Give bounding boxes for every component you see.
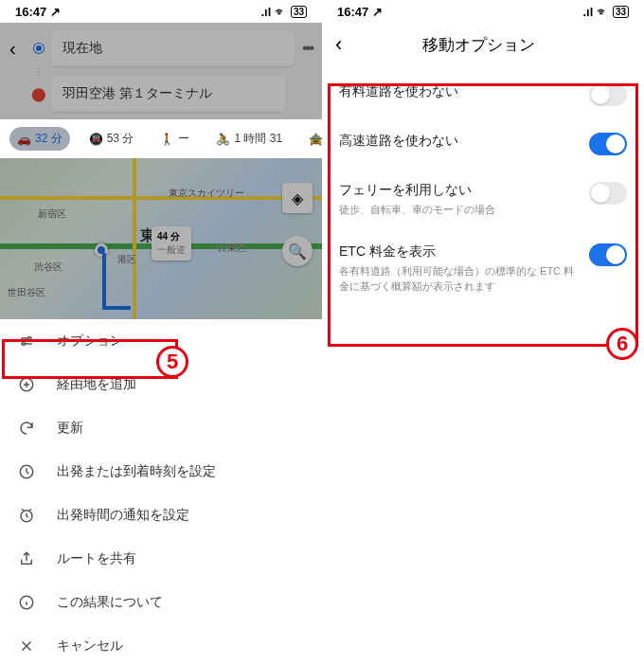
route-line xyxy=(102,253,106,310)
map-label: 東京スカイツリー xyxy=(169,187,244,200)
option-avoid-highways[interactable]: 高速道路を使わない xyxy=(322,119,644,169)
menu-share[interactable]: ルートを共有 xyxy=(0,537,322,581)
page-header: ‹ 移動オプション xyxy=(322,23,644,66)
close-icon xyxy=(17,638,36,655)
option-subtitle: 各有料道路（利用可能な場合）の標準的な ETC 料金に基づく概算額が表示されます xyxy=(339,264,580,294)
menu-about[interactable]: この結果について xyxy=(0,581,322,624)
mode-transit[interactable]: 🚇 53 分 xyxy=(81,127,142,151)
toggle-avoid-highways[interactable] xyxy=(589,133,627,155)
option-avoid-tolls[interactable]: 有料道路を使わない xyxy=(322,70,644,119)
option-avoid-ferries[interactable]: フェリーを利用しない 徒歩、自転車、車のモードの場合 xyxy=(322,169,644,230)
right-phone: 16:47 ↗ .ıl ᯤ 33 ‹ 移動オプション 有料道路を使わない 高速道… xyxy=(322,0,644,665)
status-time: 16:47 xyxy=(15,5,46,19)
option-label: 有料道路を使わない xyxy=(339,83,580,100)
map-label: 新宿区 xyxy=(38,207,66,221)
status-icons: .ıl ᯤ 33 xyxy=(582,5,629,19)
status-time: 16:47 xyxy=(337,5,368,19)
toggle-avoid-ferries[interactable] xyxy=(589,182,627,205)
map[interactable]: 新宿区 渋谷区 世田谷区 港区 江東区 東京スカイツリー 東 44 分 一般道 … xyxy=(0,158,322,319)
menu-label: この結果について xyxy=(57,594,163,611)
option-label: 高速道路を使わない xyxy=(339,133,580,150)
option-subtitle: 徒歩、自転車、車のモードの場合 xyxy=(339,203,580,217)
page-title: 移動オプション xyxy=(342,34,616,56)
menu-options[interactable]: オプション xyxy=(0,319,322,363)
mode-walk[interactable]: 🚶 ー xyxy=(152,127,197,151)
origin-input[interactable]: 現在地 xyxy=(51,30,295,66)
menu-label: 出発時間の通知を設定 xyxy=(57,507,189,524)
menu-label: 更新 xyxy=(57,420,83,437)
menu-label: 出発または到着時刻を設定 xyxy=(57,463,216,480)
option-label: フェリーを利用しない xyxy=(339,182,580,199)
route-options-list: 有料道路を使わない 高速道路を使わない フェリーを利用しない 徒歩、自転車、車の… xyxy=(322,66,644,311)
tune-icon xyxy=(17,332,36,350)
menu-label: ルートを共有 xyxy=(57,550,136,567)
route-info-badge[interactable]: 44 分 一般道 xyxy=(152,226,191,261)
menu-refresh[interactable]: 更新 xyxy=(0,406,322,450)
plus-circle-icon xyxy=(17,376,36,393)
share-icon xyxy=(17,550,36,567)
directions-header: ‹ 現在地 ••• ⋮ ⬤ 羽田空港 第１ターミナル xyxy=(0,23,322,119)
status-bar: 16:47 ↗ .ıl ᯤ 33 xyxy=(322,0,644,23)
svg-point-0 xyxy=(28,337,31,340)
back-icon[interactable]: ‹ xyxy=(335,32,342,57)
travel-mode-bar: 🚗 32 分 🚇 53 分 🚶 ー 🚴 1 時間 31 🚖 xyxy=(0,119,322,158)
mode-car[interactable]: 🚗 32 分 xyxy=(9,127,70,151)
menu-label: オプション xyxy=(57,332,123,350)
info-icon xyxy=(17,594,36,611)
clock-icon xyxy=(17,463,36,480)
mode-bike[interactable]: 🚴 1 時間 31 xyxy=(208,127,290,151)
status-bar: 16:47 ↗ .ıl ᯤ 33 xyxy=(0,0,322,23)
menu-set-time[interactable]: 出発または到着時刻を設定 xyxy=(0,450,322,494)
toggle-avoid-tolls[interactable] xyxy=(589,83,627,106)
menu-label: 経由地を追加 xyxy=(57,376,136,393)
menu-set-notify[interactable]: 出発時間の通知を設定 xyxy=(0,494,322,537)
layers-button[interactable]: ◈ xyxy=(282,183,313,213)
map-label: 渋谷区 xyxy=(34,261,63,274)
search-button[interactable]: 🔍 xyxy=(282,236,313,266)
left-phone: 16:47 ↗ .ıl ᯤ 33 ‹ 現在地 ••• ⋮ ⬤ 羽田空港 第１ター… xyxy=(0,0,322,665)
back-icon[interactable]: ‹ xyxy=(9,38,27,60)
option-show-etc[interactable]: ETC 料金を表示 各有料道路（利用可能な場合）の標準的な ETC 料金に基づく… xyxy=(322,230,644,307)
menu-add-waypoint[interactable]: 経由地を追加 xyxy=(0,363,322,406)
annotation-circle-6: 6 xyxy=(606,328,638,360)
menu-label: キャンセル xyxy=(57,638,123,655)
origin-dot-icon xyxy=(34,44,44,53)
map-label: 港区 xyxy=(117,253,136,266)
map-label: 世田谷区 xyxy=(8,286,45,299)
mode-ride[interactable]: 🚖 xyxy=(301,127,322,151)
status-icons: .ıl ᯤ 33 xyxy=(260,5,307,19)
route-connector-icon: ⋮ xyxy=(34,70,44,74)
alarm-icon xyxy=(17,507,36,524)
destination-input[interactable]: 羽田空港 第１ターミナル xyxy=(51,76,286,112)
dimmed-underlay: 16:47 ↗ .ıl ᯤ 33 ‹ 現在地 ••• ⋮ ⬤ 羽田空港 第１ター… xyxy=(0,0,322,319)
route-line xyxy=(102,306,131,310)
more-icon[interactable]: ••• xyxy=(302,40,313,57)
refresh-icon xyxy=(17,420,36,437)
map-label: 江東区 xyxy=(218,242,246,255)
destination-pin-icon: ⬤ xyxy=(31,86,46,101)
menu-cancel[interactable]: キャンセル xyxy=(0,624,322,665)
option-label: ETC 料金を表示 xyxy=(339,243,580,261)
options-menu: オプション 経由地を追加 更新 出発または到着時刻を設定 出発時間の通知を設定 xyxy=(0,319,322,665)
toggle-show-etc[interactable] xyxy=(589,243,627,266)
svg-point-1 xyxy=(23,343,26,346)
